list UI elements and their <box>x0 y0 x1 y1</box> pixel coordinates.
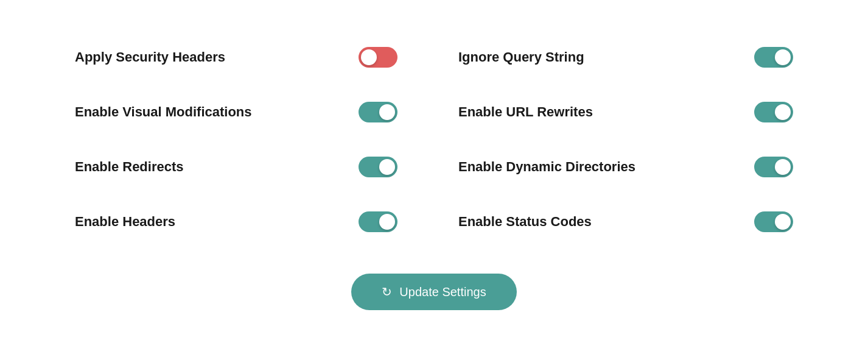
button-row: ↻ Update Settings <box>75 274 793 310</box>
enable-url-rewrites-track <box>754 102 793 122</box>
ignore-query-string-toggle[interactable] <box>754 47 793 68</box>
settings-grid: Apply Security Headers Enable Visual Mod… <box>75 30 793 249</box>
enable-status-codes-thumb <box>775 214 791 230</box>
setting-row-enable-visual-modifications: Enable Visual Modifications <box>75 85 434 140</box>
apply-security-headers-thumb <box>361 49 377 65</box>
enable-redirects-track <box>359 157 397 177</box>
setting-row-enable-redirects: Enable Redirects <box>75 140 434 194</box>
enable-visual-modifications-thumb <box>379 104 395 120</box>
enable-dynamic-directories-thumb <box>775 159 791 175</box>
update-settings-label: Update Settings <box>399 285 486 299</box>
apply-security-headers-track <box>359 47 397 68</box>
enable-visual-modifications-toggle[interactable] <box>359 102 397 122</box>
apply-security-headers-label: Apply Security Headers <box>75 49 334 65</box>
setting-row-enable-status-codes: Enable Status Codes <box>434 194 793 249</box>
enable-status-codes-label: Enable Status Codes <box>458 214 730 230</box>
right-column: Ignore Query String Enable URL Rewrites <box>434 30 793 249</box>
enable-dynamic-directories-track <box>754 157 793 177</box>
ignore-query-string-label: Ignore Query String <box>458 49 730 65</box>
enable-status-codes-track <box>754 211 793 232</box>
enable-headers-track <box>359 211 397 232</box>
refresh-icon: ↻ <box>382 285 392 299</box>
enable-visual-modifications-label: Enable Visual Modifications <box>75 104 334 120</box>
enable-status-codes-toggle[interactable] <box>754 211 793 232</box>
setting-row-enable-dynamic-directories: Enable Dynamic Directories <box>434 140 793 194</box>
enable-redirects-label: Enable Redirects <box>75 159 334 175</box>
setting-row-enable-url-rewrites: Enable URL Rewrites <box>434 85 793 140</box>
setting-row-apply-security-headers: Apply Security Headers <box>75 30 434 85</box>
enable-visual-modifications-track <box>359 102 397 122</box>
ignore-query-string-track <box>754 47 793 68</box>
enable-dynamic-directories-label: Enable Dynamic Directories <box>458 159 730 175</box>
enable-dynamic-directories-toggle[interactable] <box>754 157 793 177</box>
settings-container: Apply Security Headers Enable Visual Mod… <box>38 5 830 335</box>
update-settings-button[interactable]: ↻ Update Settings <box>351 274 516 310</box>
enable-url-rewrites-toggle[interactable] <box>754 102 793 122</box>
setting-row-ignore-query-string: Ignore Query String <box>434 30 793 85</box>
apply-security-headers-toggle[interactable] <box>359 47 397 68</box>
left-column: Apply Security Headers Enable Visual Mod… <box>75 30 434 249</box>
enable-headers-toggle[interactable] <box>359 211 397 232</box>
enable-url-rewrites-label: Enable URL Rewrites <box>458 104 730 120</box>
enable-headers-thumb <box>379 214 395 230</box>
setting-row-enable-headers: Enable Headers <box>75 194 434 249</box>
enable-redirects-thumb <box>379 159 395 175</box>
enable-redirects-toggle[interactable] <box>359 157 397 177</box>
enable-headers-label: Enable Headers <box>75 214 334 230</box>
enable-url-rewrites-thumb <box>775 104 791 120</box>
ignore-query-string-thumb <box>775 49 791 65</box>
